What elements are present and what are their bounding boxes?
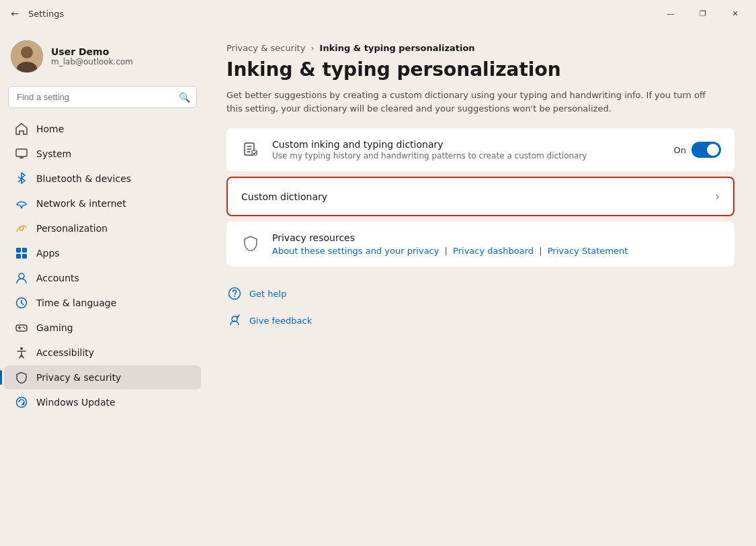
time-icon: [15, 296, 28, 310]
user-name: User Demo: [51, 46, 133, 57]
close-button[interactable]: ✕: [720, 3, 751, 24]
toggle-control: On: [674, 142, 721, 158]
sidebar-item-privacy-label: Privacy & security: [36, 372, 121, 383]
back-button[interactable]: ←: [5, 4, 24, 23]
bluetooth-icon: [15, 172, 28, 185]
breadcrumb: Privacy & security › Inking & typing per…: [226, 43, 734, 53]
privacy-icon: [15, 371, 28, 384]
accounts-icon: [15, 271, 28, 285]
page-title: Inking & typing personalization: [226, 58, 734, 81]
svg-point-15: [20, 347, 23, 350]
svg-point-5: [19, 226, 24, 230]
titlebar: ← Settings — ❐ ✕: [0, 0, 756, 27]
apps-icon: [15, 246, 28, 260]
svg-point-19: [229, 288, 241, 300]
privacy-dashboard-link[interactable]: Privacy dashboard: [453, 246, 534, 256]
personalization-icon: [15, 222, 28, 235]
avatar: [11, 40, 43, 73]
link-separator-2: |: [539, 246, 545, 256]
dictionary-card-subtitle: Use my typing history and handwriting pa…: [272, 151, 663, 161]
sidebar-item-gaming-label: Gaming: [36, 322, 73, 333]
svg-point-14: [24, 328, 26, 329]
sidebar-item-gaming[interactable]: Gaming: [4, 316, 201, 340]
app-title: Settings: [28, 9, 64, 19]
get-help-item[interactable]: Get help: [226, 280, 734, 307]
sidebar-item-time[interactable]: Time & language: [4, 291, 201, 315]
breadcrumb-separator: ›: [310, 43, 314, 53]
privacy-resources-title: Privacy resources: [272, 232, 628, 243]
svg-rect-7: [22, 248, 27, 253]
sidebar-item-system-label: System: [36, 148, 71, 159]
svg-point-10: [19, 273, 24, 279]
home-icon: [15, 122, 28, 136]
get-help-icon: [226, 285, 243, 302]
sidebar-item-personalization[interactable]: Personalization: [4, 216, 201, 240]
dictionary-card-text: Custom inking and typing dictionary Use …: [272, 139, 663, 161]
user-info: User Demo m_lab@outlook.com: [51, 46, 133, 66]
give-feedback-icon: [226, 312, 243, 328]
breadcrumb-parent[interactable]: Privacy & security: [226, 43, 305, 53]
custom-dictionary-card[interactable]: Custom dictionary ›: [226, 177, 734, 216]
sidebar-item-accounts[interactable]: Accounts: [4, 266, 201, 290]
sidebar-item-system[interactable]: System: [4, 142, 201, 166]
sidebar-item-network[interactable]: Network & internet: [4, 191, 201, 216]
network-icon: [15, 197, 28, 210]
help-section: Get help Give feedback: [226, 280, 734, 334]
update-icon: [15, 396, 28, 409]
svg-rect-6: [16, 248, 21, 253]
user-email: m_lab@outlook.com: [51, 57, 133, 66]
breadcrumb-current: Inking & typing personalization: [320, 43, 475, 53]
sidebar-item-bluetooth[interactable]: Bluetooth & devices: [4, 167, 201, 191]
search-input[interactable]: [8, 86, 197, 108]
nav-menu: Home System Bluetooth & devices Network …: [0, 116, 205, 415]
minimize-button[interactable]: —: [655, 3, 686, 24]
privacy-resources-card: Privacy resources About these settings a…: [226, 222, 734, 267]
svg-point-13: [23, 326, 24, 328]
user-profile[interactable]: User Demo m_lab@outlook.com: [0, 32, 205, 83]
gaming-icon: [15, 321, 28, 334]
svg-rect-8: [16, 254, 21, 259]
sidebar-item-privacy[interactable]: Privacy & security: [4, 365, 201, 390]
svg-point-1: [21, 46, 33, 58]
sidebar-item-accounts-label: Accounts: [36, 273, 79, 283]
sidebar-item-network-label: Network & internet: [36, 198, 126, 209]
svg-point-20: [234, 295, 235, 297]
dictionary-card-title: Custom inking and typing dictionary: [272, 139, 663, 150]
sidebar-item-time-label: Time & language: [36, 298, 116, 308]
sidebar-item-home[interactable]: Home: [4, 117, 201, 141]
svg-rect-9: [22, 254, 27, 259]
get-help-label[interactable]: Get help: [249, 289, 286, 299]
sidebar-item-update[interactable]: Windows Update: [4, 390, 201, 414]
main-content: Privacy & security › Inking & typing per…: [205, 27, 756, 546]
sidebar-item-apps-label: Apps: [36, 248, 60, 259]
sidebar: User Demo m_lab@outlook.com 🔍 Home Syste…: [0, 27, 205, 546]
sidebar-item-bluetooth-label: Bluetooth & devices: [36, 173, 131, 184]
dictionary-toggle[interactable]: [691, 142, 721, 158]
sidebar-item-accessibility-label: Accessibility: [36, 347, 94, 358]
svg-point-16: [17, 398, 27, 408]
system-icon: [15, 147, 28, 161]
privacy-resources-links: About these settings and your privacy | …: [272, 246, 628, 256]
about-settings-link[interactable]: About these settings and your privacy: [272, 246, 439, 256]
page-description: Get better suggestions by creating a cus…: [226, 89, 724, 115]
give-feedback-label[interactable]: Give feedback: [249, 316, 312, 326]
sidebar-item-accessibility[interactable]: Accessibility: [4, 340, 201, 365]
dictionary-card: Custom inking and typing dictionary Use …: [226, 128, 734, 171]
privacy-resources-icon: [240, 232, 261, 254]
chevron-right-icon: ›: [716, 190, 720, 203]
privacy-statement-link[interactable]: Privacy Statement: [548, 246, 628, 256]
sidebar-item-update-label: Windows Update: [36, 397, 116, 408]
give-feedback-item[interactable]: Give feedback: [226, 307, 734, 334]
sidebar-item-home-label: Home: [36, 124, 64, 134]
dictionary-card-icon: [240, 139, 261, 161]
window-controls: — ❐ ✕: [655, 3, 751, 24]
svg-rect-3: [16, 149, 27, 156]
custom-dictionary-nav-item[interactable]: Custom dictionary ›: [228, 178, 733, 215]
custom-dictionary-label: Custom dictionary: [241, 191, 716, 202]
sidebar-item-apps[interactable]: Apps: [4, 241, 201, 265]
accessibility-icon: [15, 346, 28, 359]
sidebar-item-personalization-label: Personalization: [36, 223, 108, 234]
maximize-button[interactable]: ❐: [687, 3, 718, 24]
search-box: 🔍: [8, 86, 197, 108]
privacy-resources-text: Privacy resources About these settings a…: [272, 232, 628, 256]
